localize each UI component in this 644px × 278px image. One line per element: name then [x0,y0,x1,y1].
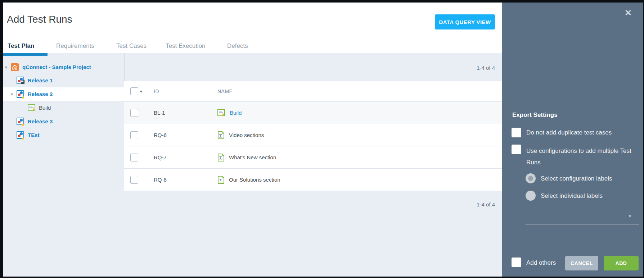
home-icon [11,63,19,71]
tree-item-release-2[interactable]: ▾ ★ Release 2 [3,87,124,101]
add-test-runs-dialog: Add Test Runs DATA QUERY VIEW Test Plan … [0,0,644,278]
add-button[interactable]: ADD [604,256,639,270]
release-star-icon: ★ [17,131,24,139]
row-id: RQ-7 [154,154,217,160]
select-menu-caret-icon[interactable]: ▾ [140,89,142,94]
release-lock-icon [17,77,24,84]
tab-test-cases[interactable]: Test Cases [116,42,147,50]
document-icon [217,176,225,184]
document-star-icon [28,104,36,111]
row-checkbox[interactable] [130,154,138,161]
add-others-checkbox[interactable] [512,258,521,267]
tree-item-label: Release 2 [28,91,53,97]
data-query-view-button[interactable]: DATA QUERY VIEW [435,14,495,29]
cancel-button[interactable]: CANCEL [565,256,598,270]
pagination-top: 1-4 of 4 [432,65,495,71]
tab-divider [3,53,502,53]
row-id: RQ-8 [154,177,217,183]
use-configurations-label: Use configurations to add multiple Test … [526,145,634,168]
tree-item-release-1[interactable]: Release 1 [3,74,124,87]
table-header-row: ▾ ID NAME [124,81,502,101]
no-duplicates-label: Do not add duplicate test cases [526,129,612,136]
tree-item-test[interactable]: ★ TEst [3,128,124,142]
export-panel-surface [502,3,643,277]
close-icon[interactable]: ✕ [625,8,632,18]
use-configurations-checkbox[interactable] [512,145,521,154]
row-checkbox[interactable] [130,109,138,117]
table-row[interactable]: RQ-8 Our Solutions section [124,168,502,191]
tree-item-label: TEst [28,132,40,138]
table-row[interactable]: RQ-7 What's New section [124,146,502,168]
tree-item-label: Build [39,105,51,111]
select-all-checkbox[interactable] [130,87,138,95]
document-star-icon [217,109,225,117]
tab-defects[interactable]: Defects [227,42,248,50]
dropdown-caret-icon[interactable]: ▾ [629,213,631,219]
tree-item-label: qConnect - Sample Project [22,64,91,70]
individual-labels-radio[interactable] [526,191,536,201]
column-header-name[interactable]: NAME [217,88,233,94]
tree-content-divider [124,53,125,81]
configuration-labels-label: Select configuration labels [541,175,612,182]
row-id: RQ-6 [154,132,217,138]
tree-item-label: Release 1 [28,77,53,83]
chevron-down-icon[interactable]: ▾ [5,65,9,69]
row-id: BL-1 [154,110,217,116]
tab-test-execution[interactable]: Test Execution [166,42,206,50]
tree-item-release-3[interactable]: ★ Release 3 [3,115,124,128]
row-checkbox[interactable] [130,131,138,139]
row-name: Video sections [229,132,264,138]
release-star-icon: ★ [17,90,24,98]
add-others-label: Add others [526,259,556,266]
labels-dropdown[interactable] [526,224,639,224]
export-settings-heading: Export Settings [512,111,558,119]
document-icon [217,131,225,139]
column-header-id[interactable]: ID [154,88,217,94]
document-icon [217,154,225,161]
row-checkbox[interactable] [130,176,138,184]
active-tab-underline [3,53,48,56]
configuration-labels-radio[interactable] [526,173,536,183]
tree-item-project[interactable]: ▾ qConnect - Sample Project [3,60,124,74]
table-row[interactable]: RQ-6 Video sections [124,124,502,146]
row-name: Our Solutions section [229,177,280,183]
table-row[interactable]: BL-1 Build [124,101,502,124]
results-table: ▾ ID NAME BL-1 Build [124,81,502,191]
chevron-down-icon[interactable]: ▾ [11,92,15,96]
row-name-link[interactable]: Build [230,110,242,116]
individual-labels-label: Select individual labels [541,192,603,200]
no-duplicates-checkbox[interactable] [512,128,521,137]
row-name: What's New section [229,154,276,160]
tab-requirements[interactable]: Requirements [56,42,94,50]
tree-item-label: Release 3 [28,118,53,124]
pagination-bottom: 1-4 of 4 [432,201,495,208]
page-title: Add Test Runs [7,14,72,25]
tree-item-build[interactable]: Build [3,101,124,114]
tab-test-plan[interactable]: Test Plan [8,42,34,50]
release-star-icon: ★ [17,118,24,125]
